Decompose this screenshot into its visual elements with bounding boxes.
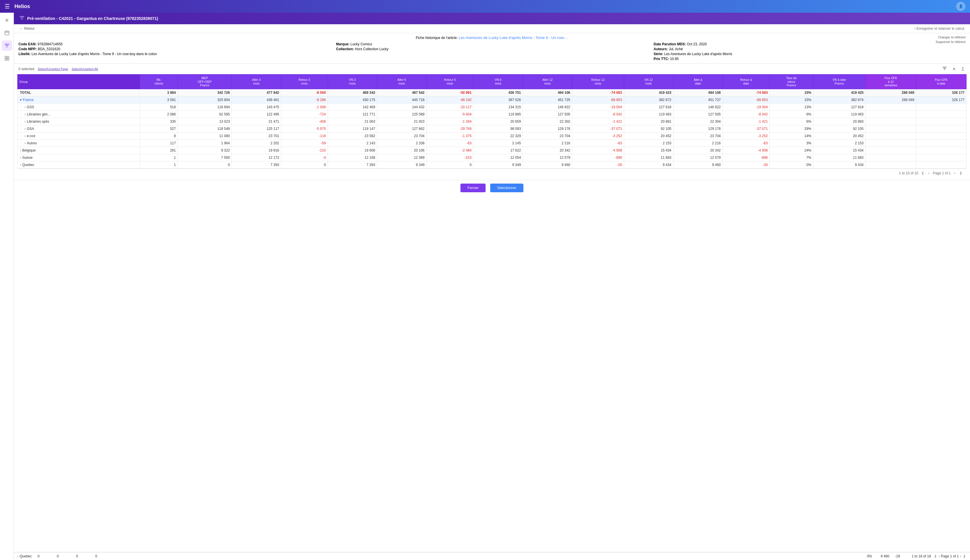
sidebar-item-dashboard[interactable]: ⊞ [2, 15, 12, 25]
expand-icon[interactable]: › [25, 127, 26, 131]
page-title: Pré-ventilation - C42021 - Gargantua en … [27, 16, 158, 21]
cell-aller-3: 21 471 [232, 118, 281, 125]
cell-nb-clients: 518 [140, 103, 178, 110]
cell-vn-6: 436 751 [473, 89, 523, 96]
cell-taux: 15% [770, 89, 813, 96]
cell-vn-3: 7 393 [328, 161, 377, 168]
top-nav: ☰ Helios 👤 [0, 0, 970, 13]
cell-aller-6: 127 862 [377, 125, 427, 132]
table-row: ›GSA 527 118 548 125 117 -5 970 119 147 … [18, 125, 967, 132]
footer-next-btn[interactable]: › [959, 553, 962, 559]
cell-mep: 13 023 [178, 118, 232, 125]
save-link[interactable]: › Enregistrer et relancer le calcul [914, 27, 964, 31]
table-row: TOTAL 3 884 342 726 477 842 -8 500 469 3… [18, 89, 967, 96]
cell-aller-date: 22 304 [673, 118, 723, 125]
auteurs-field: Auteurs: Jul, Aché [653, 47, 965, 51]
cell-vn-date-franco: 20 883 [813, 118, 865, 125]
table-scroll-container[interactable]: Group Nb.clients MEPOFF+DEPFranco Aller … [17, 74, 967, 168]
filter-icon-btn[interactable] [942, 66, 948, 72]
last-page-btn[interactable]: ⟫ [959, 171, 963, 176]
expand-icon[interactable]: ▾ [20, 98, 22, 102]
avatar[interactable]: 👤 [956, 2, 965, 11]
cell-mep: 118 548 [178, 125, 232, 132]
cell-aller-6: 20 106 [377, 147, 427, 154]
fermer-button[interactable]: Fermer [460, 183, 486, 192]
sigma-icon-btn[interactable]: Σ [960, 66, 965, 72]
cell-taux: 24% [770, 147, 813, 154]
col-vn-12: VN 12mois [624, 75, 673, 89]
expand-icon[interactable]: › [20, 156, 21, 160]
first-page-btn[interactable]: ⟪ [921, 171, 925, 176]
cell-flux-12s [865, 132, 916, 139]
cell-retour-3: -8 500 [281, 89, 328, 96]
cell-vn-date-franco: 2 153 [813, 139, 865, 147]
footer-last-btn[interactable]: ⟫ [962, 553, 967, 559]
cell-vn-3: 23 582 [328, 132, 377, 139]
cell-retour-6: -1 375 [427, 132, 473, 139]
back-button[interactable]: ← Retour [20, 27, 35, 31]
article-link[interactable]: Les Aventures de Lucky Luke d'après Morr… [459, 35, 568, 40]
cell-retour-date: -63 [723, 139, 770, 147]
cell-retour-12: -896 [572, 154, 624, 161]
cell-vn-6: 119 985 [473, 110, 523, 118]
expand-icon[interactable]: › [25, 120, 26, 123]
sidebar-item-calendar[interactable] [2, 28, 12, 38]
cell-group: ›Librairies gén... [18, 110, 140, 118]
cell-aller-date: 9 460 [673, 161, 723, 168]
next-page-btn[interactable]: › [953, 171, 957, 176]
cell-vn-12: 20 881 [624, 118, 673, 125]
expand-icon[interactable]: › [25, 105, 26, 109]
cell-nb-clients: 1 [140, 154, 178, 161]
cell-retour-12: -37 071 [572, 125, 624, 132]
svg-rect-0 [5, 31, 9, 35]
expand-icon[interactable]: › [25, 134, 26, 138]
cell-flux-date [916, 161, 966, 168]
cell-aller-date: 129 176 [673, 125, 723, 132]
footer-first-btn[interactable]: ⟪ [933, 553, 938, 559]
cell-aller-3: 477 842 [232, 89, 281, 96]
hamburger-icon[interactable]: ☰ [5, 3, 10, 10]
changer-referent-btn[interactable]: Changer le référent [936, 35, 965, 39]
cell-mep: 9 322 [178, 147, 232, 154]
supprimer-referent-btn[interactable]: Supprimer le référent [936, 40, 965, 43]
expand-icon[interactable]: › [20, 163, 21, 167]
cell-retour-12: -4 908 [572, 147, 624, 154]
cell-aller-date: 12 579 [673, 154, 723, 161]
expand-icon[interactable]: › [25, 141, 26, 145]
close-icon-btn[interactable]: ✕ [951, 66, 957, 72]
col-aller-12: Aller 12mois [523, 75, 572, 89]
select-page-btn[interactable]: Select/Unselect Page [38, 67, 68, 71]
footer-group: Quebec [20, 554, 32, 558]
data-table: Group Nb.clients MEPOFF+DEPFranco Aller … [17, 74, 967, 168]
cell-aller-date: 494 108 [673, 89, 723, 96]
cell-aller-date: 146 822 [673, 103, 723, 110]
cell-flux-12s [865, 147, 916, 154]
cell-vn-6: 397 526 [473, 96, 523, 103]
prev-page-btn[interactable]: ‹ [927, 171, 931, 176]
expand-icon[interactable]: › [20, 148, 21, 152]
select-all-btn[interactable]: Select/Unselect All [72, 67, 98, 71]
cell-group: ▾France [18, 96, 140, 103]
footer-expand-icon[interactable]: › [17, 554, 18, 558]
pagination-bar: 1 to 10 of 10 ⟪ ‹ Page 1 of 1 › ⟫ [17, 168, 967, 178]
back-bar: ← Retour › Enregistrer et relancer le ca… [14, 24, 970, 33]
cell-flux-12s [865, 103, 916, 110]
cell-aller-6: 12 369 [377, 154, 427, 161]
col-aller-3: Aller 3mois [232, 75, 281, 89]
cell-retour-6: -10 117 [427, 103, 473, 110]
footer-prev-btn[interactable]: ‹ [938, 553, 941, 559]
svg-rect-6 [5, 58, 7, 60]
cell-group: ›GSA [18, 125, 140, 132]
expand-icon[interactable]: › [25, 112, 26, 116]
date-parution-field: Date Parution MDS: Oct 23, 2020 [653, 42, 965, 46]
footer-val4: 0 [95, 554, 867, 558]
cell-vn-date-franco: 15 434 [813, 147, 865, 154]
cell-taux: 6% [770, 110, 813, 118]
sidebar-item-grid[interactable] [2, 53, 12, 63]
col-flux-12s: Flux GFKà 12semaines [865, 75, 916, 89]
selectionner-button[interactable]: Sélectionner [490, 183, 523, 192]
sidebar-item-filter[interactable] [2, 40, 12, 51]
cell-aller-3: 12 172 [232, 154, 281, 161]
table-row: ▾France 3 591 325 904 438 461 -8 286 430… [18, 96, 967, 103]
cell-flux-12s [865, 139, 916, 147]
